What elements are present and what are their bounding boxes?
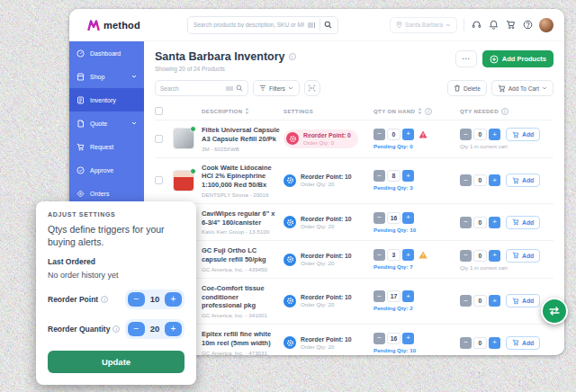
product-name[interactable]: Filtek Universal Capsule A3 Capsule Refi… — [202, 126, 280, 144]
decrement-needed-button[interactable]: − — [460, 295, 472, 307]
info-icon[interactable]: i — [425, 108, 432, 115]
decrement-reorder-point-button[interactable]: − — [128, 292, 145, 307]
col-description[interactable]: Description — [202, 108, 280, 114]
add-to-cart-row-button[interactable]: Add — [506, 128, 540, 141]
row-checkbox[interactable] — [155, 176, 163, 184]
table-row: CaviWipes regular 6" x 6-3/4" 160/canist… — [155, 203, 554, 241]
info-icon[interactable]: i — [501, 108, 508, 115]
increment-needed-button[interactable]: + — [489, 129, 500, 140]
needed-value: 0 — [473, 174, 487, 186]
product-name[interactable]: CaviWipes regular 6" x 6-3/4" 160/canist… — [202, 209, 280, 227]
increment-needed-button[interactable]: + — [489, 174, 500, 186]
increment-needed-button[interactable]: + — [489, 217, 500, 228]
support-icon[interactable] — [471, 20, 482, 31]
table-search-input[interactable] — [160, 85, 223, 92]
cart-icon[interactable] — [505, 20, 516, 31]
increment-on-hand-button[interactable]: + — [402, 249, 414, 261]
sidebar-item-approve[interactable]: Approve — [69, 158, 144, 182]
update-button[interactable]: Update — [48, 351, 184, 373]
info-icon[interactable]: i — [112, 325, 120, 333]
decrement-needed-button[interactable]: − — [460, 337, 472, 349]
decrement-on-hand-button[interactable]: − — [374, 249, 385, 261]
sidebar-item-inventory[interactable]: Inventory — [69, 88, 144, 111]
add-to-cart-row-button[interactable]: Add — [506, 336, 540, 350]
add-to-cart-row-button[interactable]: Add — [506, 216, 540, 229]
decrement-on-hand-button[interactable]: − — [374, 212, 385, 224]
warning-icon — [418, 130, 428, 138]
add-to-cart-row-button[interactable]: Add — [506, 294, 540, 307]
increment-on-hand-button[interactable]: + — [402, 333, 414, 344]
reorder-settings[interactable]: Reorder Point: 0 Order Qty: 0 — [284, 129, 358, 148]
sidebar-item-quote[interactable]: Quote — [69, 111, 144, 135]
sidebar-item-request[interactable]: Request — [69, 135, 144, 158]
decrement-needed-button[interactable]: − — [460, 174, 472, 186]
increment-on-hand-button[interactable]: + — [402, 170, 414, 182]
swap-arrows-icon — [548, 307, 561, 316]
add-products-button[interactable]: Add Products — [482, 50, 554, 67]
reorder-settings[interactable]: Reorder Point: 10 Order Qty: 20 — [284, 216, 370, 229]
table-header-row: Description Settings Qty On Hand i Qty N… — [155, 103, 554, 120]
sidebar-label: Dashboard — [90, 50, 121, 57]
product-name[interactable]: Epitex refill fine white 10m reel (5mm w… — [202, 330, 280, 348]
top-header: method Santa — [69, 9, 564, 41]
order-qty-text: Order Qty: 20 — [301, 343, 352, 350]
global-search-input[interactable] — [194, 22, 304, 28]
increment-needed-button[interactable]: + — [489, 337, 500, 349]
quick-switch-button[interactable] — [541, 298, 568, 325]
pending-qty: Pending Qty: 7 — [374, 263, 456, 270]
reorder-settings[interactable]: Reorder Point: 10 Order Qty: 20 — [284, 174, 370, 187]
filters-button[interactable]: Filters — [253, 80, 300, 96]
help-icon[interactable] — [522, 20, 533, 31]
sidebar-label: Shop — [90, 74, 104, 80]
increment-on-hand-button[interactable]: + — [402, 212, 414, 224]
barcode-icon — [226, 85, 233, 92]
add-to-cart-row-button[interactable]: Add — [506, 249, 540, 263]
add-to-cart-row-button[interactable]: Add — [506, 174, 540, 187]
product-name[interactable]: Coe-Comfort tissue conditioner professio… — [202, 284, 280, 310]
decrement-on-hand-button[interactable]: − — [374, 129, 385, 140]
info-icon[interactable]: i — [101, 296, 108, 303]
increment-needed-button[interactable]: + — [489, 250, 500, 262]
location-selector[interactable]: Santa Barbara — [390, 17, 457, 33]
add-to-cart-button[interactable]: Add To Cart — [491, 80, 554, 96]
reorder-settings[interactable]: Reorder Point: 10 Order Qty: 20 — [284, 253, 370, 266]
select-all-checkbox[interactable] — [155, 107, 163, 115]
table-search[interactable] — [155, 80, 248, 96]
method-logo[interactable]: method — [87, 20, 140, 31]
reorder-settings[interactable]: Reorder Point: 10 Order Qty: 20 — [284, 336, 370, 350]
warning-icon — [418, 251, 428, 259]
sidebar-item-dashboard[interactable]: Dashboard — [69, 41, 144, 65]
increment-needed-button[interactable]: + — [489, 295, 500, 307]
card-heading: ADJUST SETTINGS — [48, 211, 184, 218]
col-qty-on-hand[interactable]: Qty On Hand i — [374, 108, 456, 115]
product-image — [173, 128, 194, 149]
decrement-needed-button[interactable]: − — [460, 217, 472, 228]
product-name[interactable]: GC Fuji Ortho LC capsule refill 50/pkg — [202, 246, 280, 264]
bell-icon[interactable] — [488, 20, 499, 31]
increment-reorder-point-button[interactable]: + — [165, 292, 182, 307]
avatar[interactable] — [539, 18, 554, 32]
info-icon[interactable]: i — [289, 53, 296, 60]
scan-barcode-button[interactable] — [304, 80, 320, 96]
increment-reorder-quantity-button[interactable]: + — [165, 322, 182, 336]
decrement-on-hand-button[interactable]: − — [374, 333, 385, 344]
product-name[interactable]: Cook Waite Lidocaine HCl 2% Epinephrine … — [202, 164, 280, 190]
needed-value: 0 — [473, 295, 487, 307]
decrement-on-hand-button[interactable]: − — [374, 170, 385, 182]
row-checkbox[interactable] — [155, 135, 163, 143]
delete-button[interactable]: Delete — [447, 80, 487, 96]
product-badge-icon — [190, 168, 196, 174]
decrement-needed-button[interactable]: − — [460, 250, 472, 262]
increment-on-hand-button[interactable]: + — [402, 129, 414, 140]
reorder-settings[interactable]: Reorder Point: 10 Order Qty: 20 — [284, 294, 370, 307]
reorder-point-text: Reorder Point: 10 — [301, 174, 352, 180]
increment-on-hand-button[interactable]: + — [402, 290, 414, 302]
sidebar-item-shop[interactable]: Shop — [69, 65, 144, 88]
decrement-reorder-quantity-button[interactable]: − — [128, 322, 145, 336]
decrement-on-hand-button[interactable]: − — [374, 290, 385, 302]
product-badge-icon — [190, 126, 196, 132]
decrement-needed-button[interactable]: − — [460, 129, 472, 140]
col-qty-needed: Qty Needed i — [460, 108, 554, 115]
global-search[interactable] — [187, 16, 338, 34]
more-actions-button[interactable]: ⋯ — [455, 50, 477, 67]
